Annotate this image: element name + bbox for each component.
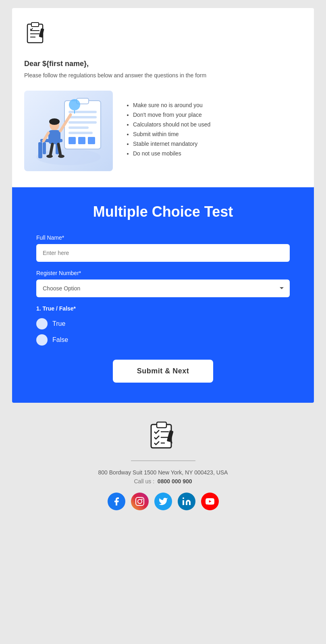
radio-false-option[interactable]: False — [36, 334, 290, 346]
rules-list: Make sure no is around you Don't move fr… — [125, 102, 302, 160]
social-icons-row — [12, 493, 314, 510]
svg-rect-40 — [136, 497, 144, 505]
footer-phone-number: 0800 000 900 — [158, 478, 192, 485]
linkedin-icon[interactable] — [178, 493, 195, 510]
register-field-group: Register Number* Choose Option Option 1 … — [36, 270, 290, 305]
content-row: Make sure no is around you Don't move fr… — [24, 91, 302, 171]
footer: 800 Bordway Suit 1500 New York, NY 00042… — [0, 403, 326, 522]
svg-point-44 — [183, 497, 184, 499]
full-name-field-group: Full Name* — [36, 234, 290, 270]
svg-rect-34 — [157, 422, 166, 428]
radio-false-circle — [36, 334, 48, 346]
facebook-icon[interactable] — [108, 493, 125, 510]
form-section: Multiple Choice Test Full Name* Register… — [12, 187, 314, 403]
instagram-icon[interactable] — [131, 493, 149, 510]
full-name-input[interactable] — [36, 244, 290, 262]
svg-rect-10 — [69, 111, 97, 113]
svg-rect-16 — [78, 137, 85, 144]
form-title: Multiple Choice Test — [36, 203, 290, 220]
rule-item-3: Calculators should not be used — [133, 121, 302, 128]
svg-rect-1 — [31, 23, 39, 27]
svg-rect-23 — [48, 130, 60, 144]
svg-point-28 — [46, 155, 53, 158]
svg-point-29 — [58, 155, 64, 158]
youtube-icon[interactable] — [201, 493, 219, 510]
svg-rect-15 — [69, 137, 76, 144]
register-label: Register Number* — [36, 270, 290, 276]
radio-true-circle — [36, 318, 48, 329]
svg-rect-11 — [69, 116, 97, 118]
svg-point-41 — [138, 499, 142, 503]
footer-phone: Call us : 0800 000 900 — [12, 478, 314, 485]
rule-item-1: Make sure no is around you — [133, 102, 302, 108]
svg-rect-12 — [69, 121, 97, 124]
twitter-icon[interactable] — [154, 493, 172, 510]
svg-rect-14 — [69, 132, 93, 134]
footer-address: 800 Bordway Suit 1500 New York, NY 00042… — [12, 469, 314, 476]
page-wrapper: Dear ${first name}, Please follow the re… — [0, 0, 326, 530]
question-1-group: 1. True / False* True False — [36, 305, 290, 346]
svg-rect-19 — [43, 142, 46, 154]
svg-point-30 — [69, 99, 80, 110]
rule-item-5: Stable internet mandatory — [133, 141, 302, 147]
illustration — [24, 91, 113, 171]
logo-area — [24, 20, 302, 48]
submit-next-button[interactable]: Submit & Next — [113, 360, 214, 383]
question-1-label: 1. True / False* — [36, 305, 290, 312]
svg-rect-13 — [69, 126, 89, 129]
greeting-text: Dear ${first name}, — [24, 60, 302, 68]
rule-item-2: Don't move from your place — [133, 112, 302, 118]
svg-rect-17 — [88, 137, 95, 144]
radio-true-option[interactable]: True — [36, 318, 290, 329]
footer-call-prefix: Call us : — [134, 478, 155, 485]
register-select[interactable]: Choose Option Option 1 Option 2 Option 3 — [36, 280, 290, 297]
footer-logo-icon — [12, 419, 314, 456]
radio-false-label: False — [52, 336, 68, 344]
svg-line-26 — [50, 144, 52, 155]
svg-rect-43 — [183, 500, 184, 505]
svg-rect-21 — [38, 142, 42, 158]
header-logo-icon — [24, 27, 48, 48]
rule-item-6: Do not use mobiles — [133, 150, 302, 157]
svg-point-42 — [141, 499, 143, 500]
top-card: Dear ${first name}, Please follow the re… — [12, 8, 314, 187]
footer-divider — [131, 460, 195, 461]
svg-point-32 — [49, 118, 60, 125]
radio-true-label: True — [52, 320, 65, 327]
rule-item-4: Submit within time — [133, 131, 302, 137]
subtitle-text: Please follow the regulations below and … — [24, 72, 302, 79]
full-name-label: Full Name* — [36, 234, 290, 241]
svg-line-27 — [58, 144, 60, 155]
